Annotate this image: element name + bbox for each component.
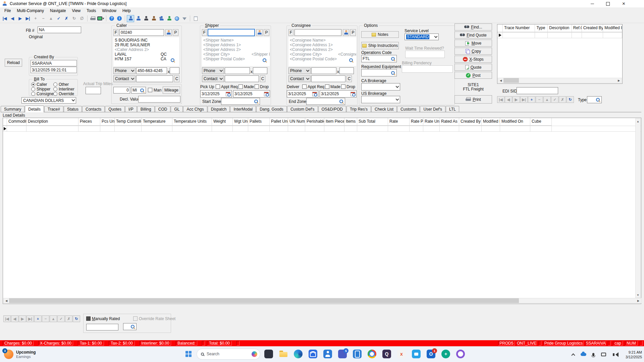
consignee-phone-input[interactable] (311, 67, 336, 74)
ld-col-temperature[interactable]: Temperature (142, 118, 172, 126)
phone-link-button[interactable] (352, 348, 363, 360)
billto-option-other[interactable]: Other (53, 82, 77, 86)
man-checkbox[interactable] (148, 88, 152, 92)
tab-quotes[interactable]: Quotes (105, 106, 125, 112)
details-nav-first-button[interactable]: |◀ (3, 315, 11, 322)
fb-input[interactable]: NA (38, 26, 81, 33)
trace-col-trace-number[interactable]: Trace Number (503, 24, 535, 32)
currency-select[interactable]: CANADIAN DOLLARS (21, 97, 76, 104)
report-button[interactable] (192, 15, 199, 22)
scroll-down-icon[interactable]: ▼ (636, 292, 640, 298)
tab-i-p[interactable]: I/P (125, 106, 137, 112)
first-record-button[interactable]: |◀ (1, 15, 8, 22)
ld-col-item-pieces[interactable]: Item Pieces (324, 118, 344, 126)
caller-contact-select[interactable]: Contact (113, 75, 136, 82)
reload-button[interactable]: Reload (5, 59, 22, 67)
service-level-select[interactable]: STANDARD (405, 34, 439, 40)
details-nav-refresh-button[interactable]: ↻ (73, 315, 80, 322)
chrome-button[interactable] (366, 348, 378, 360)
trace-nav-post-button[interactable]: ✓ (551, 96, 558, 103)
edge-button[interactable] (292, 348, 304, 360)
end-zone-input[interactable] (306, 98, 345, 105)
details-nav-next-button[interactable]: ▶ (19, 315, 26, 322)
scrollbar-thumb[interactable] (9, 298, 519, 303)
trace-nav-insert-button[interactable]: + (528, 96, 535, 103)
photos-app-button[interactable] (263, 348, 274, 360)
shipper-p-button[interactable]: P (264, 29, 269, 36)
tab-dang-goods[interactable]: Dang. Goods (256, 106, 287, 112)
trace-nav-prior-button[interactable]: ◀ (505, 96, 512, 103)
ca-brokerage-select[interactable] (361, 83, 400, 90)
consignee-p-button[interactable]: P (350, 29, 356, 36)
trace-type-input[interactable] (587, 96, 602, 103)
trace-col-created-by[interactable]: Created By (582, 24, 603, 32)
ld-col-pallet-units[interactable]: Pallet Units (270, 118, 288, 126)
consignee-ext-input[interactable] (339, 67, 354, 74)
tab-details[interactable]: Details (25, 106, 44, 112)
widgets-button[interactable]: 3 UpcomingEarnings (2, 348, 38, 361)
operations-code-input[interactable]: FTL (361, 55, 397, 62)
action-move-button[interactable]: Move (454, 40, 492, 47)
wait-time-input[interactable] (405, 51, 445, 58)
tray-chevron-button[interactable] (569, 350, 578, 359)
ld-col-pcs-units[interactable]: Pcs Units (100, 118, 115, 126)
action-post-button[interactable]: Post (454, 72, 492, 79)
tab-gl[interactable]: GL (171, 106, 183, 112)
tab-summary[interactable]: Summary (1, 106, 24, 112)
action-x-stops-button[interactable]: X-Stops (454, 56, 492, 63)
maximize-button[interactable] (600, 0, 616, 7)
prior-record-button[interactable]: ◀ (9, 15, 16, 22)
store-button[interactable] (307, 348, 319, 360)
menu-navigate[interactable]: Navigate (47, 8, 69, 14)
scroll-left-icon[interactable]: ◀ (498, 78, 503, 83)
notes-button[interactable]: Notes (361, 31, 399, 38)
trace-col-type[interactable]: Type (535, 24, 548, 32)
deliver-drop-checkbox[interactable] (341, 84, 345, 89)
details-nav-edit-button[interactable]: ▲ (50, 315, 57, 322)
shipper-f-button[interactable]: F (202, 29, 207, 36)
pickup-date-to[interactable]: 3/12/2025 (233, 90, 270, 98)
x-app-button[interactable]: x (396, 348, 407, 360)
trace-nav-last-button[interactable]: ▶| (520, 96, 528, 103)
health-app-button[interactable]: + (440, 348, 451, 360)
consignee-code-input[interactable] (294, 29, 341, 36)
billto-option-interliner[interactable]: Interliner (53, 87, 77, 91)
pickup-drop-checkbox[interactable] (255, 84, 259, 89)
pickup-date-from[interactable]: 3/12/2025 (200, 90, 232, 98)
deliver-date-from[interactable]: 3/12/2025 (287, 90, 318, 98)
mic-button[interactable] (589, 350, 598, 359)
details-nav-insert-button[interactable]: + (34, 315, 42, 322)
ld-col-rated-as[interactable]: Rated As (440, 118, 459, 126)
caller-c-button[interactable]: C (174, 75, 179, 82)
trace-col-description[interactable]: Description (548, 24, 572, 32)
ld-col-temp-controlled[interactable]: Temp Controlled (115, 118, 142, 126)
menu-multi-company[interactable]: Multi-Company (14, 8, 47, 14)
details-v-scrollbar[interactable]: ▲ ▼ (635, 118, 641, 298)
insert-record-button[interactable]: + (32, 15, 39, 22)
shipper-contact-input[interactable] (225, 75, 259, 82)
tab-ltl[interactable]: LTL (446, 106, 459, 112)
trace-col-modified-i[interactable]: Modified I (603, 24, 622, 32)
trace-h-scrollbar[interactable]: ◀ ▶ (498, 78, 622, 83)
q-app-button[interactable]: Q (381, 348, 392, 360)
minimize-button[interactable] (584, 0, 600, 7)
ld-col-weight[interactable]: Weight (212, 118, 233, 126)
ld-col-rate-units[interactable]: Rate Units (423, 118, 440, 126)
file-explorer-button[interactable] (278, 348, 289, 360)
volume-button[interactable] (609, 350, 618, 359)
tab-status[interactable]: Status (64, 106, 82, 112)
trace-col-ref-q[interactable]: Ref.Q (572, 24, 582, 32)
shipper-phone-input[interactable] (225, 67, 250, 74)
tab-dispatch[interactable]: Dispatch (208, 106, 230, 112)
print-button[interactable] (89, 15, 97, 22)
tab-trip-res-s[interactable]: Trip Res's (346, 106, 371, 112)
search-box[interactable]: Search (197, 349, 260, 360)
caller-p-button[interactable]: P (173, 29, 178, 36)
tab-customs[interactable]: Customs (397, 106, 420, 112)
trace-nav-delete-button[interactable]: − (536, 96, 543, 103)
web-button[interactable] (173, 15, 180, 22)
shipper-zoom-icon[interactable] (262, 58, 267, 62)
action-quote-button[interactable]: Quote (454, 64, 492, 71)
ld-col-modified-by[interactable]: Modified By (482, 118, 500, 126)
tab-intermodal[interactable]: InterModal (230, 106, 256, 112)
